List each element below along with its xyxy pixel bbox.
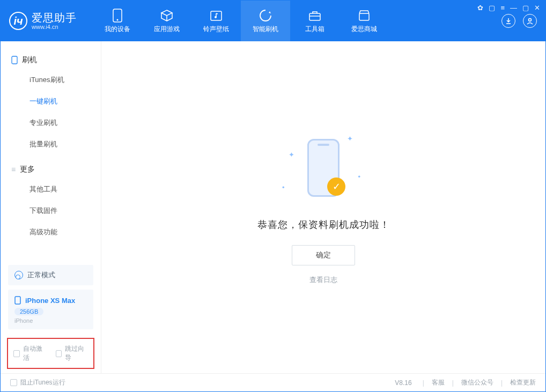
view-log-link[interactable]: 查看日志 bbox=[309, 275, 337, 285]
toolbox-icon bbox=[308, 9, 322, 23]
main-content: ✦ ✦ • • ✓ 恭喜您，保资料刷机成功啦！ 确定 查看日志 bbox=[101, 41, 545, 373]
checkbox-block-itunes[interactable]: 阻止iTunes运行 bbox=[10, 378, 65, 387]
checkbox-label: 阻止iTunes运行 bbox=[20, 378, 65, 387]
version-label: V8.16 bbox=[395, 379, 411, 387]
footer-link-support[interactable]: 客服 bbox=[432, 378, 445, 387]
device-card[interactable]: iPhone XS Max 256GB iPhone bbox=[8, 290, 93, 329]
mode-icon bbox=[14, 271, 23, 279]
app-site: www.i4.cn bbox=[32, 24, 77, 30]
sidebar-group-more: ≡ 更多 bbox=[1, 160, 101, 179]
confirm-button[interactable]: 确定 bbox=[292, 245, 355, 265]
phone-small-icon bbox=[11, 56, 18, 64]
success-illustration: ✦ ✦ • • ✓ bbox=[272, 130, 374, 205]
note-icon[interactable]: ▢ bbox=[489, 4, 495, 12]
svg-rect-4 bbox=[309, 13, 320, 20]
footer-link-wechat[interactable]: 微信公众号 bbox=[461, 378, 493, 387]
tab-label: 铃声壁纸 bbox=[203, 25, 229, 34]
download-button[interactable] bbox=[501, 14, 515, 28]
svg-rect-8 bbox=[12, 56, 17, 64]
sidebar-group-flash: 刷机 bbox=[1, 51, 101, 69]
sidebar-item-pro-flash[interactable]: 专业刷机 bbox=[1, 112, 101, 134]
list-icon: ≡ bbox=[11, 165, 16, 174]
sidebar-item-itunes-flash[interactable]: iTunes刷机 bbox=[1, 69, 101, 91]
sparkle-icon: ✦ bbox=[347, 135, 353, 143]
checkbox-skip-guide[interactable]: 跳过向导 bbox=[56, 344, 88, 363]
minimize-button[interactable]: — bbox=[510, 4, 517, 12]
device-type: iPhone bbox=[14, 317, 87, 324]
checkbox-auto-activate[interactable]: 自动激活 bbox=[13, 344, 46, 363]
check-badge-icon: ✓ bbox=[327, 177, 345, 196]
sidebar-item-batch-flash[interactable]: 批量刷机 bbox=[1, 134, 101, 155]
svg-point-3 bbox=[215, 16, 217, 18]
device-phone-icon bbox=[14, 296, 21, 305]
sidebar-group-title: 刷机 bbox=[22, 55, 37, 65]
tab-flash[interactable]: 智能刷机 bbox=[241, 1, 290, 41]
tab-ringtones[interactable]: 铃声壁纸 bbox=[191, 1, 241, 41]
close-button[interactable]: ✕ bbox=[534, 4, 540, 12]
checkbox-label: 跳过向导 bbox=[65, 344, 88, 363]
menu-icon[interactable]: ≡ bbox=[500, 4, 505, 12]
tab-label: 智能刷机 bbox=[253, 25, 278, 34]
sparkle-icon: • bbox=[358, 173, 360, 181]
sparkle-icon: ✦ bbox=[289, 151, 294, 159]
tab-apps[interactable]: 应用游戏 bbox=[142, 1, 191, 41]
titlebar: іч 爱思助手 www.i4.cn 我的设备 应用游戏 铃声壁纸 智能刷机 bbox=[1, 1, 545, 41]
app-window: ✿ ▢ ≡ — ▢ ✕ іч 爱思助手 www.i4.cn 我的设备 应用游戏 bbox=[0, 0, 546, 392]
app-logo: іч 爱思助手 www.i4.cn bbox=[9, 12, 77, 30]
tshirt-icon[interactable]: ✿ bbox=[477, 4, 483, 12]
tab-store[interactable]: 爱思商城 bbox=[340, 1, 389, 41]
options-highlight-box: 自动激活 跳过向导 bbox=[7, 338, 94, 369]
sidebar-item-other-tools[interactable]: 其他工具 bbox=[1, 179, 101, 200]
body: 刷机 iTunes刷机 一键刷机 专业刷机 批量刷机 ≡ 更多 其他工具 下载固… bbox=[1, 41, 545, 373]
success-message: 恭喜您，保资料刷机成功啦！ bbox=[257, 218, 390, 231]
maximize-button[interactable]: ▢ bbox=[522, 4, 529, 12]
sidebar: 刷机 iTunes刷机 一键刷机 专业刷机 批量刷机 ≡ 更多 其他工具 下载固… bbox=[1, 41, 101, 373]
phone-icon bbox=[110, 9, 124, 23]
svg-point-1 bbox=[117, 19, 119, 20]
tab-label: 应用游戏 bbox=[154, 25, 180, 34]
sparkle-icon: • bbox=[282, 183, 285, 191]
logo-icon: іч bbox=[9, 12, 27, 30]
svg-point-7 bbox=[529, 19, 532, 21]
window-controls: ✿ ▢ ≡ — ▢ ✕ bbox=[477, 4, 540, 12]
account-button[interactable] bbox=[523, 14, 537, 28]
cube-icon bbox=[160, 9, 174, 23]
store-icon bbox=[357, 9, 371, 23]
device-mode-label: 正常模式 bbox=[27, 270, 55, 280]
footer-link-update[interactable]: 检查更新 bbox=[510, 378, 536, 387]
checkbox-label: 自动激活 bbox=[23, 344, 46, 363]
nav-tabs: 我的设备 应用游戏 铃声壁纸 智能刷机 工具箱 爱思商城 bbox=[93, 1, 389, 41]
svg-rect-6 bbox=[359, 13, 369, 20]
sidebar-item-download-firmware[interactable]: 下载固件 bbox=[1, 200, 101, 221]
svg-rect-9 bbox=[15, 297, 20, 304]
tab-label: 工具箱 bbox=[305, 25, 324, 34]
tab-toolbox[interactable]: 工具箱 bbox=[290, 1, 340, 41]
app-name: 爱思助手 bbox=[32, 12, 77, 24]
shield-refresh-icon bbox=[259, 9, 272, 23]
statusbar: 阻止iTunes运行 V8.16 | 客服 | 微信公众号 | 检查更新 bbox=[1, 373, 545, 391]
sidebar-item-advanced[interactable]: 高级功能 bbox=[1, 221, 101, 243]
sidebar-item-oneclick-flash[interactable]: 一键刷机 bbox=[1, 91, 101, 112]
titlebar-right bbox=[501, 14, 537, 28]
footer-links: | 客服 | 微信公众号 | 检查更新 bbox=[423, 378, 536, 387]
device-storage-badge: 256GB bbox=[14, 308, 43, 315]
sidebar-group-title: 更多 bbox=[20, 165, 35, 174]
tab-my-device[interactable]: 我的设备 bbox=[93, 1, 142, 41]
music-folder-icon bbox=[209, 9, 223, 23]
tab-label: 我的设备 bbox=[105, 25, 130, 34]
device-name: iPhone XS Max bbox=[25, 297, 75, 305]
device-mode[interactable]: 正常模式 bbox=[8, 265, 93, 285]
tab-label: 爱思商城 bbox=[351, 25, 377, 34]
